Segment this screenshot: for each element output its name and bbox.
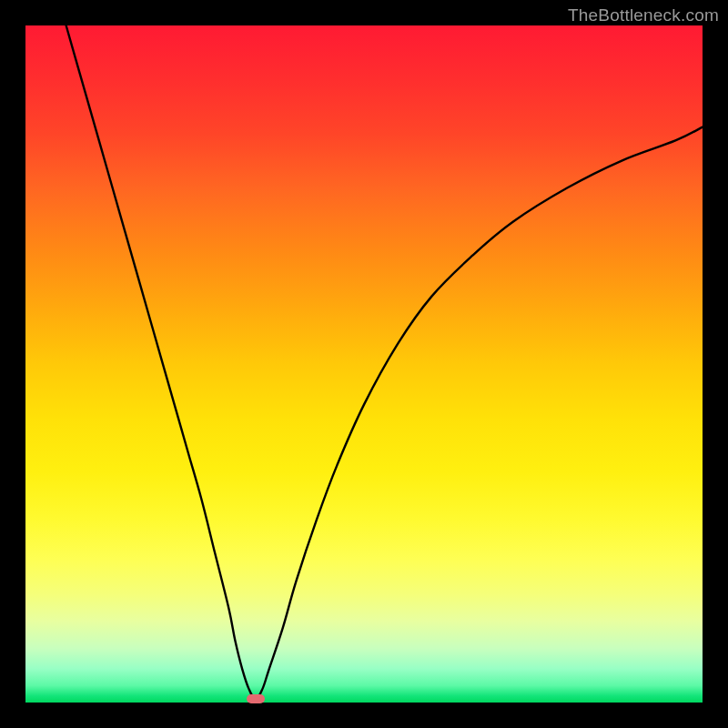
minimum-marker <box>247 694 265 703</box>
plot-area <box>25 25 703 703</box>
bottleneck-curve <box>25 25 703 703</box>
watermark-text: TheBottleneck.com <box>568 5 719 25</box>
